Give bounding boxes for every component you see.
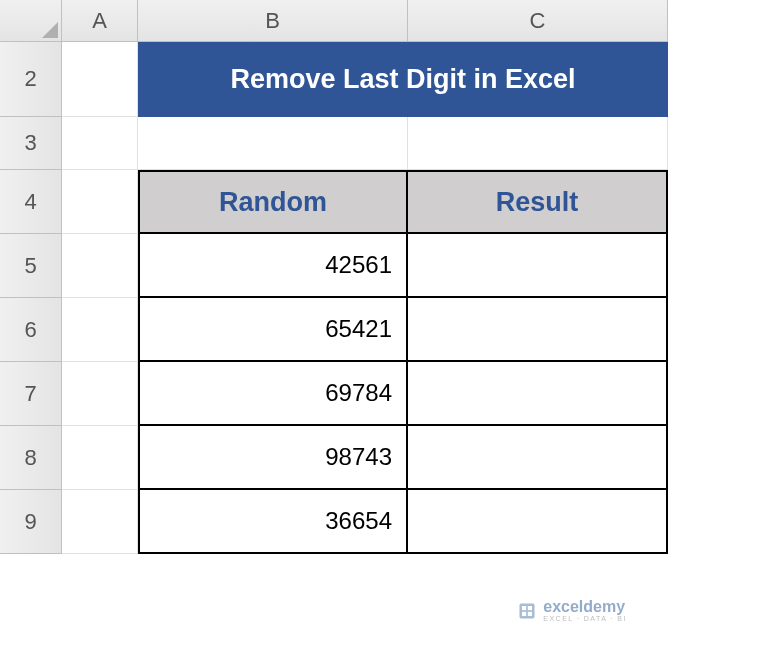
row-3: 3 xyxy=(0,117,767,170)
svg-rect-4 xyxy=(528,611,532,615)
cell-random-8[interactable]: 98743 xyxy=(138,426,408,490)
column-header-row: A B C xyxy=(0,0,767,42)
cell-A8[interactable] xyxy=(62,426,138,490)
row-header-4[interactable]: 4 xyxy=(0,170,62,234)
svg-rect-1 xyxy=(522,606,526,610)
row-header-3[interactable]: 3 xyxy=(0,117,62,170)
header-random[interactable]: Random xyxy=(138,170,408,234)
row-header-2[interactable]: 2 xyxy=(0,42,62,117)
row-header-6[interactable]: 6 xyxy=(0,298,62,362)
svg-rect-2 xyxy=(528,606,532,610)
cell-C3[interactable] xyxy=(408,117,668,170)
row-header-9[interactable]: 9 xyxy=(0,490,62,554)
row-6: 6 65421 xyxy=(0,298,767,362)
cell-A3[interactable] xyxy=(62,117,138,170)
svg-rect-0 xyxy=(520,603,535,618)
cell-result-5[interactable] xyxy=(408,234,668,298)
cell-result-6[interactable] xyxy=(408,298,668,362)
cell-A9[interactable] xyxy=(62,490,138,554)
cell-random-7[interactable]: 69784 xyxy=(138,362,408,426)
exceldemy-icon xyxy=(517,601,537,621)
row-5: 5 42561 xyxy=(0,234,767,298)
title-merged-cell[interactable]: Remove Last Digit in Excel xyxy=(138,42,668,117)
cell-result-9[interactable] xyxy=(408,490,668,554)
spreadsheet-grid: A B C 2 Remove Last Digit in Excel 3 4 R… xyxy=(0,0,767,554)
row-header-7[interactable]: 7 xyxy=(0,362,62,426)
header-result[interactable]: Result xyxy=(408,170,668,234)
row-8: 8 98743 xyxy=(0,426,767,490)
watermark: exceldemy EXCEL · DATA · BI xyxy=(517,599,627,622)
cell-A2[interactable] xyxy=(62,42,138,117)
select-all-corner[interactable] xyxy=(0,0,62,42)
row-header-5[interactable]: 5 xyxy=(0,234,62,298)
row-2: 2 Remove Last Digit in Excel xyxy=(0,42,767,117)
cell-result-8[interactable] xyxy=(408,426,668,490)
row-4: 4 Random Result xyxy=(0,170,767,234)
cell-A6[interactable] xyxy=(62,298,138,362)
cell-A7[interactable] xyxy=(62,362,138,426)
cell-A5[interactable] xyxy=(62,234,138,298)
row-header-8[interactable]: 8 xyxy=(0,426,62,490)
cell-result-7[interactable] xyxy=(408,362,668,426)
row-7: 7 69784 xyxy=(0,362,767,426)
cell-random-5[interactable]: 42561 xyxy=(138,234,408,298)
cell-B3[interactable] xyxy=(138,117,408,170)
cell-A4[interactable] xyxy=(62,170,138,234)
watermark-sub: EXCEL · DATA · BI xyxy=(543,615,627,622)
svg-rect-3 xyxy=(522,611,526,615)
cell-random-9[interactable]: 36654 xyxy=(138,490,408,554)
row-9: 9 36654 xyxy=(0,490,767,554)
col-header-A[interactable]: A xyxy=(62,0,138,42)
watermark-title: exceldemy xyxy=(543,599,627,615)
col-header-B[interactable]: B xyxy=(138,0,408,42)
col-header-C[interactable]: C xyxy=(408,0,668,42)
cell-random-6[interactable]: 65421 xyxy=(138,298,408,362)
watermark-text: exceldemy EXCEL · DATA · BI xyxy=(543,599,627,622)
